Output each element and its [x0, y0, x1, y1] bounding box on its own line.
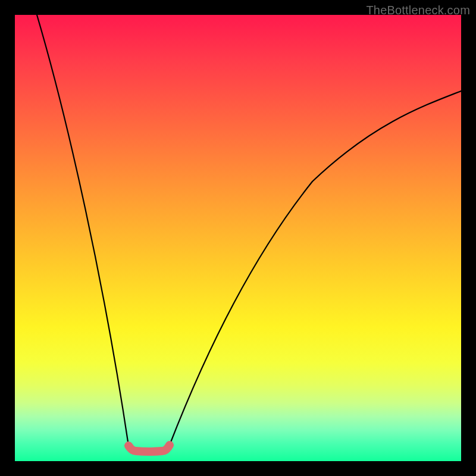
curve-left-branch [37, 15, 136, 451]
chart-svg [15, 15, 461, 461]
chart-plot-area [15, 15, 461, 461]
watermark-text: TheBottleneck.com [366, 4, 470, 17]
curve-highlight [129, 445, 170, 452]
curve-right-branch [162, 91, 461, 451]
